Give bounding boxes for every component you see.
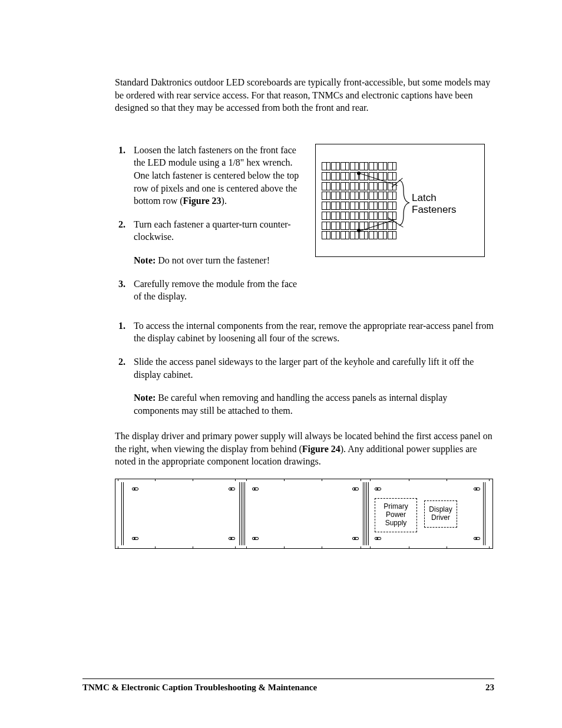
rear-steps-list: To access the internal components from t… bbox=[128, 319, 494, 417]
rear-step-2: Slide the access panel sideways to the l… bbox=[128, 355, 494, 417]
note-label: Note: bbox=[134, 255, 156, 265]
keyhole-icon bbox=[132, 487, 138, 490]
keyhole-icon bbox=[474, 537, 480, 540]
rear-step-1: To access the internal components from t… bbox=[128, 319, 494, 345]
keyhole-icon bbox=[252, 537, 259, 540]
figure-23-label: Latch Fasteners bbox=[412, 192, 457, 216]
front-step-1: Loosen the latch fasteners on the front … bbox=[128, 144, 303, 207]
driver-location-paragraph: The display driver and primary power sup… bbox=[115, 430, 494, 468]
keyhole-icon bbox=[375, 487, 381, 490]
front-step-3-text: Carefully remove the module from the fac… bbox=[134, 279, 297, 302]
keyhole-icon bbox=[132, 537, 138, 540]
figure-ref-23: Figure 23 bbox=[183, 196, 222, 206]
brace-icon bbox=[398, 179, 412, 226]
page: Standard Daktronics outdoor LED scoreboa… bbox=[0, 0, 562, 728]
rear-step-2-note: Be careful when removing and handling th… bbox=[134, 393, 447, 416]
front-step-1-text-post: ). bbox=[222, 196, 227, 206]
front-step-2: Turn each fastener a quarter-turn counte… bbox=[128, 218, 303, 267]
rear-step-1-text: To access the internal components from t… bbox=[134, 321, 494, 344]
front-step-3: Carefully remove the module from the fac… bbox=[128, 278, 303, 303]
display-driver-box: DisplayDriver bbox=[424, 500, 457, 528]
front-access-block: Loosen the latch fasteners on the front … bbox=[115, 144, 494, 314]
figure-ref-24: Figure 24 bbox=[302, 444, 340, 454]
keyhole-icon bbox=[229, 537, 235, 540]
led-module-icon: // placeholder; rows generated below via… bbox=[322, 162, 396, 239]
keyhole-icon bbox=[252, 487, 259, 490]
front-steps-list: Loosen the latch fasteners on the front … bbox=[128, 144, 303, 303]
keyhole-icon bbox=[375, 537, 381, 540]
front-step-2-note: Do not over turn the fastener! bbox=[156, 255, 270, 265]
keyhole-icon bbox=[229, 487, 235, 490]
primary-power-supply-box: Primary Power Supply bbox=[375, 498, 417, 532]
page-footer: TNMC & Electronic Caption Troubleshootin… bbox=[82, 678, 494, 693]
figure-24: Primary Power Supply DisplayDriver bbox=[115, 479, 493, 549]
keyhole-icon bbox=[352, 487, 359, 490]
footer-title: TNMC & Electronic Caption Troubleshootin… bbox=[82, 683, 317, 693]
keyhole-icon bbox=[352, 537, 359, 540]
rear-access-block: To access the internal components from t… bbox=[115, 319, 494, 417]
keyhole-icon bbox=[474, 487, 480, 490]
footer-page-number: 23 bbox=[485, 683, 494, 693]
note-label: Note: bbox=[134, 393, 156, 403]
rear-step-2-text: Slide the access panel sideways to the l… bbox=[134, 357, 474, 380]
front-step-2-text: Turn each fastener a quarter-turn counte… bbox=[134, 219, 291, 242]
intro-paragraph: Standard Daktronics outdoor LED scoreboa… bbox=[115, 76, 494, 114]
figure-23: // placeholder; rows generated below via… bbox=[315, 144, 485, 257]
